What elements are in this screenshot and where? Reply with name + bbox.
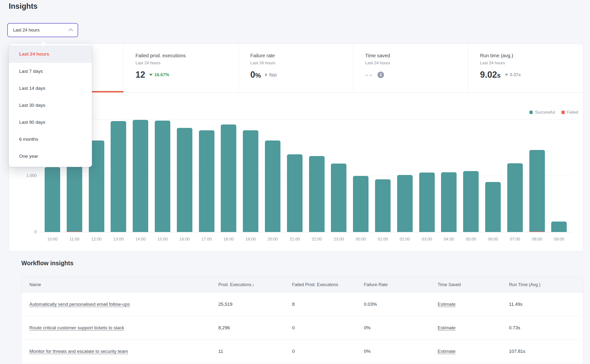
x-axis-tick: 21:00	[284, 237, 306, 242]
metric-title: Run time (avg.)	[480, 53, 583, 58]
workflow-name-link[interactable]: Monitor for threats and escalate to secu…	[29, 349, 128, 354]
x-axis-tick: 16:00	[174, 237, 196, 242]
bar-successful-segment	[529, 150, 545, 232]
column-header-run-time-avg-[interactable]: Run Time (Avg.)	[509, 277, 541, 292]
x-axis-tick: 04:00	[438, 237, 460, 242]
bar-04:00	[441, 172, 457, 232]
page-title: Insights	[9, 2, 38, 11]
column-header-prod-executions[interactable]: Prod. Executions↓	[218, 277, 254, 292]
metric-delta-text: 0.37s	[510, 72, 521, 77]
column-header-failed-prod-executions[interactable]: Failed Prod. Executions	[292, 277, 338, 292]
x-axis-tick: 22:00	[306, 237, 328, 242]
metric-delta: 16.67%	[149, 72, 169, 77]
cell-time-saved: Estimate	[438, 293, 456, 316]
bar-01:00	[375, 179, 391, 232]
workflow-insights-table: NameProd. Executions↓Failed Prod. Execut…	[21, 277, 583, 364]
metric-card-time-saved[interactable]: Time savedLast 24 hours--i	[353, 44, 468, 92]
table-row: Automatically send personalised email fo…	[22, 293, 583, 316]
bar-successful-segment	[309, 156, 325, 232]
insights-panel: Failed prod. executionsLast 24 hours1216…	[9, 44, 583, 251]
x-axis-tick: 00:00	[350, 237, 372, 242]
legend-label: Successful	[535, 110, 555, 115]
bar-successful-segment	[111, 121, 126, 232]
bar-successful-segment	[485, 182, 501, 232]
metric-value-suffix: %	[255, 72, 261, 79]
column-header-time-saved[interactable]: Time Saved	[438, 277, 461, 292]
cell-failure-rate: 0%	[364, 316, 370, 339]
workflow-name-link[interactable]: Automatically send personalised email fo…	[29, 302, 130, 307]
metric-title: Time saved	[365, 53, 468, 58]
cell-run-time: 107.81s	[509, 340, 525, 363]
bar-successful-segment	[331, 164, 346, 232]
metric-value-row: --i	[365, 70, 468, 80]
time-range-select[interactable]: Last 24 hours	[7, 23, 78, 37]
cell-run-time: 0.73s	[509, 316, 520, 339]
x-axis-tick: 07:00	[504, 237, 526, 242]
bar-10:00	[45, 167, 60, 232]
metric-cards-row: Failed prod. executionsLast 24 hours1216…	[9, 44, 583, 93]
bar-failed-segment	[529, 232, 545, 232]
menu-item-last-30-days[interactable]: Last 30 days	[9, 97, 92, 114]
workflow-insights-heading: Workflow insights	[21, 260, 74, 267]
metric-subtitle: Last 24 hours	[480, 61, 583, 66]
bar-successful-segment	[463, 171, 479, 232]
estimate-link[interactable]: Estimate	[438, 349, 456, 354]
x-axis-tick: 03:00	[416, 237, 438, 242]
bar-successful-segment	[419, 173, 435, 232]
legend-item-failed[interactable]: Failed	[561, 110, 578, 115]
x-axis-tick: 19:00	[240, 237, 262, 242]
menu-item-last-7-days[interactable]: Last 7 days	[9, 63, 92, 80]
bar-05:00	[463, 171, 479, 232]
x-axis-tick: 18:00	[218, 237, 239, 242]
menu-item-last-24-hours[interactable]: Last 24 hours	[9, 45, 92, 63]
column-header-failure-rate[interactable]: Failure Rate	[364, 277, 388, 292]
metric-card-failed-prod-executions[interactable]: Failed prod. executionsLast 24 hours1216…	[124, 44, 238, 92]
metric-value-suffix: s	[497, 72, 501, 79]
workflow-name-link[interactable]: Route critical customer support tickets …	[29, 325, 124, 331]
menu-item-last-14-days[interactable]: Last 14 days	[9, 80, 92, 97]
bar-19:00	[243, 130, 258, 232]
bar-09:00	[551, 222, 567, 232]
menu-item-last-90-days[interactable]: Last 90 days	[9, 114, 92, 131]
bar-successful-segment	[199, 130, 214, 232]
bar-successful-segment	[507, 163, 523, 232]
x-axis-tick: 09:00	[548, 237, 570, 242]
metric-card-failure-rate[interactable]: Failure rateLast 24 hours0%0pp	[239, 44, 353, 92]
cell-run-time: 11.49s	[509, 293, 523, 316]
info-icon[interactable]: i	[377, 72, 384, 78]
bar-23:00	[331, 164, 346, 232]
cell-failure-rate: 0%	[364, 340, 370, 363]
estimate-link[interactable]: Estimate	[438, 325, 456, 331]
y-axis-tick: 0	[14, 230, 37, 234]
cell-failed-prod-executions: 0	[292, 340, 295, 363]
chart-legend: SuccessfulFailed	[529, 110, 578, 115]
menu-item-one-year[interactable]: One year	[9, 148, 92, 165]
column-header-name[interactable]: Name	[29, 277, 41, 292]
cell-prod-executions: 11	[218, 340, 223, 363]
bar-successful-segment	[45, 167, 60, 232]
bar-successful-segment	[265, 141, 280, 232]
table-body: Automatically send personalised email fo…	[22, 293, 583, 363]
insights-page: Insights Last 24 hours Failed prod. exec…	[0, 0, 590, 364]
bar-11:00	[67, 166, 82, 232]
bar-00:00	[353, 176, 369, 232]
estimate-link[interactable]: Estimate	[438, 302, 456, 307]
metric-subtitle: Last 24 hours	[135, 61, 238, 66]
chevron-up-icon	[68, 28, 73, 33]
metric-subtitle: Last 24 hours	[365, 61, 468, 66]
triangle-down-icon	[505, 74, 508, 76]
menu-item-6-months[interactable]: 6 months	[9, 131, 92, 148]
bar-successful-segment	[397, 175, 413, 232]
cell-time-saved: Estimate	[438, 316, 456, 339]
legend-label: Failed	[567, 110, 578, 115]
bar-15:00	[155, 121, 170, 232]
x-axis-tick: 17:00	[196, 237, 218, 242]
x-axis-tick: 06:00	[482, 237, 504, 242]
legend-item-successful[interactable]: Successful	[529, 110, 555, 115]
cell-name: Monitor for threats and escalate to secu…	[29, 340, 128, 363]
bar-16:00	[177, 128, 192, 232]
metric-card-run-time-avg[interactable]: Run time (avg.)Last 24 hours9.02s0.37s	[468, 44, 583, 92]
table-header-row: NameProd. Executions↓Failed Prod. Execut…	[22, 277, 583, 293]
metric-delta: 0pp	[265, 72, 277, 77]
cell-prod-executions: 25,519	[218, 293, 232, 316]
